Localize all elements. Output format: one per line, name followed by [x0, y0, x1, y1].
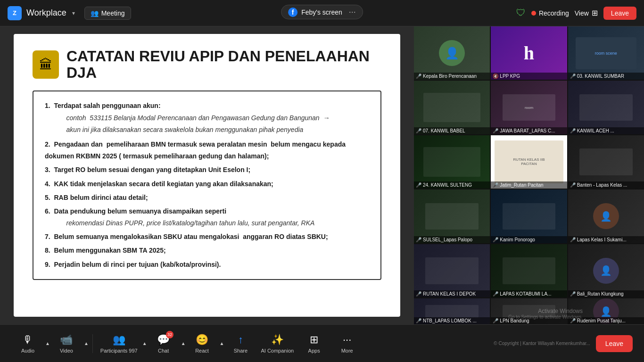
mic-icon-3: 🎤: [570, 74, 576, 79]
main-content: 🏛 CATATAN REVIU APIP DAN PENELAAHAN DJA …: [0, 26, 644, 324]
video-panel: 👤 🎤 Kepala Biro Perencanaan h 🔇 LPP KPG …: [414, 26, 644, 324]
view-grid-icon: ⊞: [592, 8, 598, 17]
slide-item-6: 6. Data pendukung belum semuanya disampa…: [45, 206, 369, 229]
video-caret[interactable]: ▲: [84, 341, 89, 346]
facebook-icon: f: [288, 8, 297, 17]
mic-icon-17: 🎤: [493, 318, 498, 323]
slide-item-2: 2. Pengadaan dan pemeliharaan BMN termas…: [45, 139, 369, 162]
audio-button[interactable]: 🎙 Audio: [11, 331, 44, 356]
video-cell-6: 🎤 KANWIL ACEH ...: [568, 81, 644, 134]
cell-name-17: LPN Bandung: [500, 318, 529, 323]
screen-share-options[interactable]: ···: [349, 7, 356, 17]
mic-icon-12: 🎤: [570, 237, 576, 242]
slide-item-7: 7. Belum semuanya mengalokasikan SBKU at…: [45, 231, 369, 243]
recording-dot: [531, 11, 536, 16]
mic-icon-11: 🎤: [493, 237, 498, 242]
cell-name-10: SULSEL_Lapas Palopo: [423, 237, 472, 242]
video-cell-13: 🎤 RUTAN KELAS I DEPOK: [414, 244, 490, 297]
screen-share-bar: f Feby's screen ···: [281, 5, 363, 19]
view-label: View: [575, 9, 589, 17]
video-cell-1: 👤 🎤 Kepala Biro Perencanaan: [414, 26, 490, 80]
shield-icon: 🛡: [516, 8, 526, 18]
view-button[interactable]: View ⊞: [575, 8, 598, 17]
cell-name-12: Lapas Kelas I Sukami...: [577, 237, 627, 242]
cell-name-6: KANWIL ACEH ...: [577, 128, 614, 133]
slide-content: 🏛 CATATAN REVIU APIP DAN PENELAAHAN DJA …: [14, 34, 400, 317]
mic-icon-4: 🎤: [416, 128, 421, 133]
right-bar-area: © Copyright | Kantor Wilayah Kemenkumhar…: [494, 335, 633, 352]
video-cell-17: 🎤 LPN Bandung: [491, 298, 567, 324]
slide-title: CATATAN REVIU APIP DAN PENELAAHAN DJA: [66, 48, 381, 81]
topbar: Z Workplace ▾ 👥 Meeting f Feby's screen …: [0, 0, 644, 26]
copyright-text: © Copyright | Kantor Wilayah Kemenkumhar…: [494, 341, 590, 346]
h-logo: h: [524, 42, 534, 64]
workplace-label: Workplace: [26, 8, 66, 18]
share-icon: ↑: [238, 334, 243, 346]
cell-name-9: Banten - Lapas Kelas ...: [577, 182, 627, 188]
video-button[interactable]: 📹 Video: [50, 331, 83, 356]
cell-name-16: NTB_LAPAS LOMBOK ...: [423, 318, 477, 323]
workplace-dropdown[interactable]: ▾: [72, 10, 75, 16]
cell-name-18: Rudenim Pusat Tanju...: [577, 318, 626, 323]
participants-label: Participants: [100, 348, 127, 354]
ai-companion-label: AI Companion: [261, 348, 294, 354]
video-label: Video: [60, 348, 73, 354]
cell-name-1: Kepala Biro Perencanaan: [423, 74, 477, 79]
slide-item-9: 9. Perjadin belum di rinci per tujuan (k…: [45, 259, 369, 271]
leave-button-bar[interactable]: Leave: [596, 335, 633, 352]
recording-button[interactable]: Recording: [531, 9, 569, 17]
mic-icon-10: 🎤: [416, 237, 421, 242]
apps-button[interactable]: ⊞ Apps: [297, 331, 330, 356]
chat-icon: 💬 32: [157, 334, 170, 346]
slide-item-4: 4. KAK tidak menjelaskan secara detil ke…: [45, 178, 369, 190]
meeting-button[interactable]: 👥 Meeting: [84, 7, 131, 20]
video-icon: 📹: [60, 334, 73, 346]
right-controls: 🛡 Recording View ⊞ Leave: [516, 7, 636, 20]
presentation-panel: 🏛 CATATAN REVIU APIP DAN PENELAAHAN DJA …: [0, 26, 414, 324]
react-button[interactable]: 😊 React: [186, 331, 219, 356]
ai-companion-button[interactable]: ✨ AI Companion: [257, 331, 297, 356]
slide-header: 🏛 CATATAN REVIU APIP DAN PENELAAHAN DJA: [33, 48, 381, 81]
mic-icon-5: 🎤: [493, 128, 498, 133]
mic-icon-16: 🎤: [416, 318, 421, 323]
video-cell-11: 🎤 Kanim Ponorogo: [491, 189, 567, 243]
audio-caret[interactable]: ▲: [45, 341, 50, 346]
react-control-wrap: 😊 React ▲: [186, 331, 224, 356]
mic-icon-1: 🎤: [416, 74, 421, 79]
cell-name-3: 03. KANWIL SUMBAR: [577, 74, 624, 79]
zoom-letter: Z: [13, 9, 17, 16]
video-cell-7: 🎤 24. KANWIL SULTENG: [414, 135, 490, 189]
participants-caret[interactable]: ▲: [142, 341, 147, 346]
chat-label: Chat: [158, 348, 169, 354]
more-icon: ···: [343, 334, 351, 346]
video-cell-12: 👤 🎤 Lapas Kelas I Sukami...: [568, 189, 644, 243]
cell-name-14: LAPAS KOTABUMI LA...: [500, 291, 551, 296]
video-cell-10: 🎤 SULSEL_Lapas Palopo: [414, 189, 490, 243]
chat-button[interactable]: 💬 32 Chat: [147, 331, 180, 356]
video-cell-16: 🎤 NTB_LAPAS LOMBOK ...: [414, 298, 490, 324]
meeting-icon: 👥: [91, 9, 99, 17]
slide-logo: 🏛: [33, 50, 59, 79]
chat-caret[interactable]: ▲: [181, 341, 186, 346]
cell-name-8: Jatim_Rutan Pacitan: [500, 182, 543, 188]
video-cell-3: room scene 🎤 03. KANWIL SUMBAR: [568, 26, 644, 80]
cell-name-15: Bali_Rutan Klungkung: [577, 291, 624, 296]
more-button[interactable]: ··· More: [330, 331, 363, 356]
react-caret[interactable]: ▲: [220, 341, 224, 346]
participants-icon: 👥: [113, 334, 125, 346]
bottom-bar: 🎙 Audio ▲ 📹 Video ▲ 👥 Participants 997 ▲…: [0, 324, 644, 362]
participants-count: 997: [129, 348, 137, 354]
bar-separator-1: [92, 334, 93, 353]
slide-item-8: 8. Belum menggunakan SBM TA 2025;: [45, 245, 369, 256]
mic-icon-15: 🎤: [570, 291, 576, 296]
participants-button[interactable]: 👥 Participants 997: [97, 331, 141, 356]
participants-control-wrap: 👥 Participants 997 ▲: [97, 331, 147, 356]
chat-badge: 32: [166, 331, 173, 338]
cell-name-11: Kanim Ponorogo: [500, 237, 535, 242]
audio-control-wrap: 🎙 Audio ▲: [11, 331, 50, 356]
leave-button[interactable]: Leave: [603, 7, 636, 20]
mic-icon-7: 🎤: [416, 182, 421, 188]
slide-box: 1. Terdapat salah penggunaan akun: conto…: [33, 90, 381, 280]
share-button[interactable]: ↑ Share: [224, 331, 257, 356]
mic-icon-6: 🎤: [570, 128, 576, 133]
